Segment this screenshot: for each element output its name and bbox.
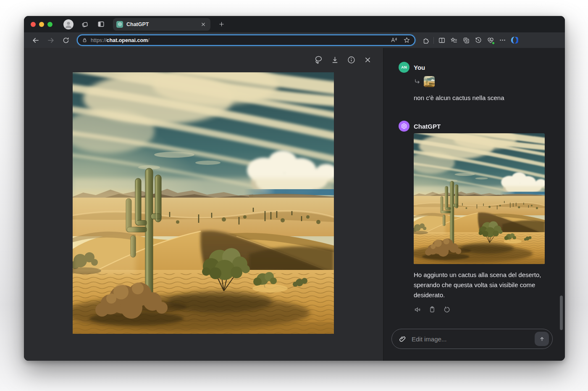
select-tool-button[interactable]: [312, 54, 324, 66]
url-text: https://chat.openai.com/: [91, 37, 150, 43]
read-aloud-button[interactable]: [412, 304, 423, 314]
collections-button[interactable]: [460, 34, 472, 46]
browser-essentials-button[interactable]: [484, 34, 496, 46]
essentials-badge: [492, 42, 495, 45]
workspaces-icon: [81, 20, 89, 28]
chatgpt-favicon: [116, 21, 123, 28]
image-viewer-pane: [24, 48, 383, 361]
message-actions: [412, 304, 565, 314]
user-message-header: AN You: [399, 62, 565, 73]
more-menu-button[interactable]: [496, 34, 509, 46]
close-window-button[interactable]: [31, 22, 36, 27]
toolbar-right-icons: [420, 34, 521, 46]
split-screen-button[interactable]: [436, 34, 448, 46]
copy-button[interactable]: [427, 304, 437, 314]
composer: [391, 329, 553, 349]
url-host: chat.openai.com: [107, 37, 148, 43]
read-aloud-icon[interactable]: [390, 37, 397, 44]
attach-icon[interactable]: [399, 335, 407, 343]
copilot-icon: [510, 36, 519, 45]
back-button[interactable]: [29, 34, 42, 46]
history-button[interactable]: [472, 34, 484, 46]
tab-layout-button[interactable]: [95, 19, 106, 30]
new-tab-button[interactable]: [215, 18, 227, 30]
tab-title: ChatGPT: [126, 21, 200, 27]
chat-scrollbar[interactable]: [560, 296, 563, 330]
workspaces-button[interactable]: [79, 19, 90, 30]
edit-image-input[interactable]: [412, 336, 535, 343]
url-path: /: [148, 37, 149, 43]
chat-pane: AN You non c'è alcun cactus nella scena …: [383, 48, 565, 361]
browser-toolbar: https://chat.openai.com/: [24, 32, 565, 48]
address-bar[interactable]: https://chat.openai.com/: [77, 34, 415, 46]
profile-button[interactable]: [63, 19, 74, 29]
reply-reference: [414, 76, 565, 87]
profile-icon: [63, 19, 74, 29]
info-button[interactable]: [345, 54, 357, 66]
assistant-message-text: Ho aggiunto un cactus alla scena del des…: [414, 270, 552, 300]
favorite-star-icon[interactable]: [403, 37, 410, 44]
generated-desert-image[interactable]: [73, 72, 334, 334]
minimize-window-button[interactable]: [39, 22, 44, 27]
viewer-toolbar: [312, 54, 373, 66]
browser-window: ChatGPT https://chat.openai.com/: [24, 16, 565, 361]
assistant-message-header: ChatGPT: [399, 121, 565, 132]
generated-image-thumbnail[interactable]: [414, 133, 545, 264]
tab-layout-icon: [97, 20, 105, 28]
referenced-image-thumbnail[interactable]: [424, 76, 435, 87]
regenerate-button[interactable]: [442, 304, 452, 314]
extensions-button[interactable]: [420, 34, 432, 46]
user-avatar: AN: [399, 62, 410, 73]
user-message-text: non c'è alcun cactus nella scena: [414, 93, 552, 103]
tab-bar: ChatGPT: [24, 16, 565, 32]
send-button[interactable]: [535, 332, 549, 346]
zoom-window-button[interactable]: [47, 22, 52, 27]
assistant-avatar: [399, 121, 410, 132]
refresh-button[interactable]: [60, 34, 72, 46]
tab-chatgpt[interactable]: ChatGPT: [113, 18, 210, 31]
url-scheme: https://: [91, 37, 107, 43]
reply-indicator-icon: [414, 78, 420, 85]
assistant-name: ChatGPT: [414, 123, 441, 130]
user-name: You: [414, 64, 425, 71]
copilot-button[interactable]: [509, 34, 521, 46]
close-viewer-button[interactable]: [362, 54, 373, 66]
window-controls: [31, 22, 52, 27]
lock-icon[interactable]: [82, 37, 87, 43]
favorites-bar-button[interactable]: [448, 34, 460, 46]
forward-button[interactable]: [45, 34, 57, 46]
tab-close-button[interactable]: [200, 21, 207, 28]
toolbar-separator: [433, 37, 434, 44]
download-button[interactable]: [329, 54, 341, 66]
